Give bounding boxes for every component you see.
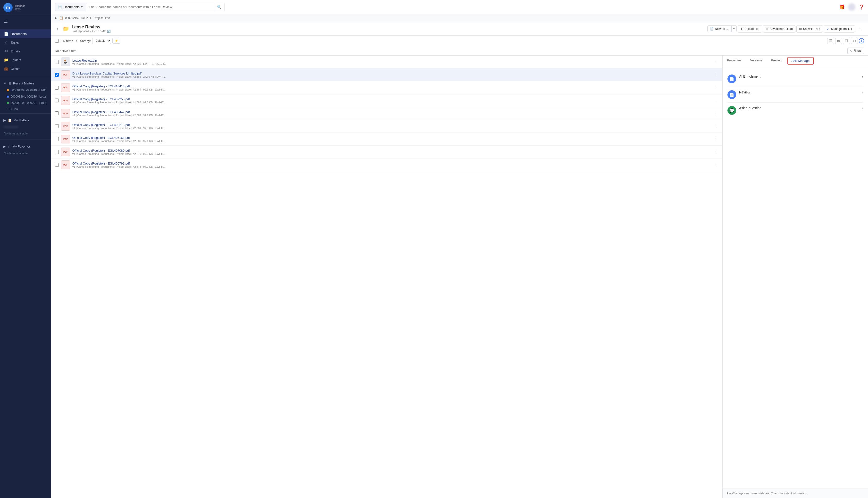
content-area: 📦ZIP Lease Review.zip v1 | Cameo Streami… [51, 55, 868, 498]
emails-icon: ✉ [4, 49, 8, 53]
file-more-button[interactable]: ⋮ [712, 123, 719, 130]
new-file-button[interactable]: 📄 New File... [707, 26, 731, 32]
file-checkbox[interactable] [55, 73, 59, 77]
list-view-button[interactable]: ☰ [827, 38, 834, 44]
clients-icon: 💼 [4, 66, 8, 71]
file-meta: v1 | Cameo Streaming Productions | Proje… [72, 153, 709, 155]
review-item[interactable]: 📄 Review › [727, 87, 863, 103]
table-row[interactable]: PDF Draft Lease Barclays Capital Service… [51, 68, 722, 81]
file-name: Official Copy (Register) - EGL409255.pdf [72, 97, 709, 101]
matter-dot-green [7, 102, 9, 104]
table-row[interactable]: 📦ZIP Lease Review.zip v1 | Cameo Streami… [51, 55, 722, 68]
file-checkbox[interactable] [55, 124, 59, 128]
new-file-arrow[interactable]: ▾ [731, 26, 737, 32]
table-row[interactable]: PDF Official Copy (Register) - EGL408213… [51, 120, 722, 133]
sidebar-item-tasks[interactable]: ✓ Tasks [0, 38, 51, 47]
hamburger-menu[interactable]: ☰ [0, 15, 51, 27]
export-icon[interactable]: ⇥ [75, 39, 77, 43]
file-checkbox[interactable] [55, 60, 59, 64]
file-name: Official Copy (Register) - EGL406791.pdf [72, 162, 709, 165]
ask-question-item[interactable]: 💬 Ask a question › [727, 103, 863, 118]
chevron-right-icon: › [862, 75, 863, 79]
table-row[interactable]: PDF Official Copy (Register) - EGL407080… [51, 146, 722, 158]
help-icon[interactable]: ❓ [859, 4, 864, 10]
search-input[interactable] [86, 3, 214, 11]
document-icon2: 📄 [729, 92, 734, 97]
search-button[interactable]: 🔍 [214, 3, 225, 11]
file-checkbox[interactable] [55, 99, 59, 102]
document-type-icon: 📄 [58, 5, 62, 9]
select-all-checkbox[interactable] [55, 39, 59, 43]
search-type-button[interactable]: 📄 Documents ▾ [55, 3, 86, 11]
file-more-button[interactable]: ⋮ [712, 84, 719, 91]
breadcrumb-file-icon: 📋 [59, 16, 63, 20]
grid-view-button[interactable]: ⊞ [835, 38, 842, 44]
show-in-tree-button[interactable]: ⊞ Show in Tree [797, 25, 823, 32]
folder-back-button[interactable]: ↑ [55, 26, 60, 32]
tab-ask-imanage[interactable]: Ask iManage [787, 57, 813, 65]
file-more-button[interactable]: ⋮ [712, 162, 719, 168]
tab-preview[interactable]: Preview [766, 55, 787, 66]
table-row[interactable]: PDF Official Copy (Register) - EGL409255… [51, 94, 722, 107]
checkbox-view-button[interactable]: ☐ [843, 38, 850, 44]
recent-matter-3[interactable]: 00000210.L-000201 - Proje [0, 100, 51, 106]
upload-file-button[interactable]: ⬆ Upload File [738, 25, 762, 32]
table-row[interactable]: PDF Official Copy (Register) - EGL410413… [51, 81, 722, 94]
breadcrumb-arrow: ▶ [55, 16, 57, 19]
file-more-button[interactable]: ⋮ [712, 71, 719, 78]
view-buttons: ☰ ⊞ ☐ ⊟ i [827, 38, 864, 44]
document-icon: 📄 [729, 77, 734, 81]
table-row[interactable]: PDF Official Copy (Register) - EGL407168… [51, 133, 722, 146]
list-controls: 14 items ⇥ Sort by: Default Name Date Si… [51, 36, 868, 46]
refresh-icon[interactable]: 🔄 [107, 30, 111, 33]
dropdown-icon: ▾ [81, 5, 83, 9]
advanced-upload-button[interactable]: ⬆ Advanced Upload [763, 25, 795, 32]
file-name: Official Copy (Register) - EGL408213.pdf [72, 123, 709, 127]
file-type-icon-pdf: PDF [61, 135, 70, 143]
file-name: Draft Lease Barclays Capital Services Li… [72, 71, 709, 75]
tab-properties[interactable]: Properties [723, 55, 746, 66]
file-more-button[interactable]: ⋮ [712, 110, 719, 117]
recent-matter-1[interactable]: 00000130.L-000240 - EPIC [0, 87, 51, 93]
file-more-button[interactable]: ⋮ [712, 149, 719, 155]
file-meta: v1 | Cameo Streaming Productions | Proje… [72, 101, 709, 104]
file-meta: v1 | Cameo Streaming Productions | Proje… [72, 114, 709, 117]
thumbnail-view-button[interactable]: ⊟ [851, 38, 858, 44]
sidebar-item-folders[interactable]: 📁 Folders [0, 55, 51, 64]
file-more-button[interactable]: ⋮ [712, 97, 719, 104]
filter-icon: ▽ [850, 49, 852, 52]
sidebar-item-emails[interactable]: ✉ Emails [0, 47, 51, 55]
filter-toggle-button[interactable]: ⚡ [113, 38, 120, 44]
ai-enrichment-item[interactable]: 📄 AI Enrichment › [727, 71, 863, 87]
file-type-icon-pdf: PDF [61, 109, 70, 118]
table-row[interactable]: PDF Official Copy (Register) - EGL406791… [51, 158, 722, 171]
recent-matter-2[interactable]: 00000186.L-000186 - Lega [0, 93, 51, 100]
file-type-icon-pdf: PDF [61, 96, 70, 105]
file-more-button[interactable]: ⋮ [712, 136, 719, 143]
notification-icon[interactable]: 🎁 [839, 4, 845, 10]
file-checkbox[interactable] [55, 163, 59, 167]
sort-select[interactable]: Default Name Date Size [92, 38, 111, 44]
file-info: Official Copy (Register) - EGL410413.pdf… [72, 84, 709, 91]
tab-versions[interactable]: Versions [746, 55, 766, 66]
file-checkbox[interactable] [55, 137, 59, 141]
file-checkbox[interactable] [55, 86, 59, 90]
filters-button[interactable]: ▽ Filters [847, 48, 864, 54]
tracker-button[interactable]: ✓ iManage Tracker [824, 25, 855, 32]
table-row[interactable]: PDF Official Copy (Register) - EGL408447… [51, 107, 722, 120]
sidebar-item-clients[interactable]: 💼 Clients [0, 64, 51, 73]
toolbar-actions: 📄 New File... ▾ ⬆ Upload File ⬆ Advanced… [707, 25, 864, 33]
file-checkbox[interactable] [55, 150, 59, 154]
file-more-button[interactable]: ⋮ [712, 59, 719, 65]
iltacon-item[interactable]: ILTACon [0, 106, 51, 113]
more-actions-button[interactable]: ⋯ [856, 25, 864, 33]
info-button[interactable]: i [859, 38, 864, 43]
my-matters-header[interactable]: ▶ 📋 My Matters [0, 117, 51, 124]
recent-matters-header[interactable]: ▼ ⊞ Recent Matters [0, 80, 51, 87]
file-checkbox[interactable] [55, 112, 59, 115]
folder-header: ↑ 📁 Lease Review Last Updated 7 Oct, 15:… [51, 22, 868, 36]
my-favorites-header[interactable]: ▶ ☆ My Favorites [0, 143, 51, 150]
sidebar-item-documents[interactable]: 📄 Documents [0, 29, 51, 38]
panel-content: 📄 AI Enrichment › 📄 Review › 💬 [723, 66, 868, 488]
avatar[interactable] [848, 3, 855, 11]
